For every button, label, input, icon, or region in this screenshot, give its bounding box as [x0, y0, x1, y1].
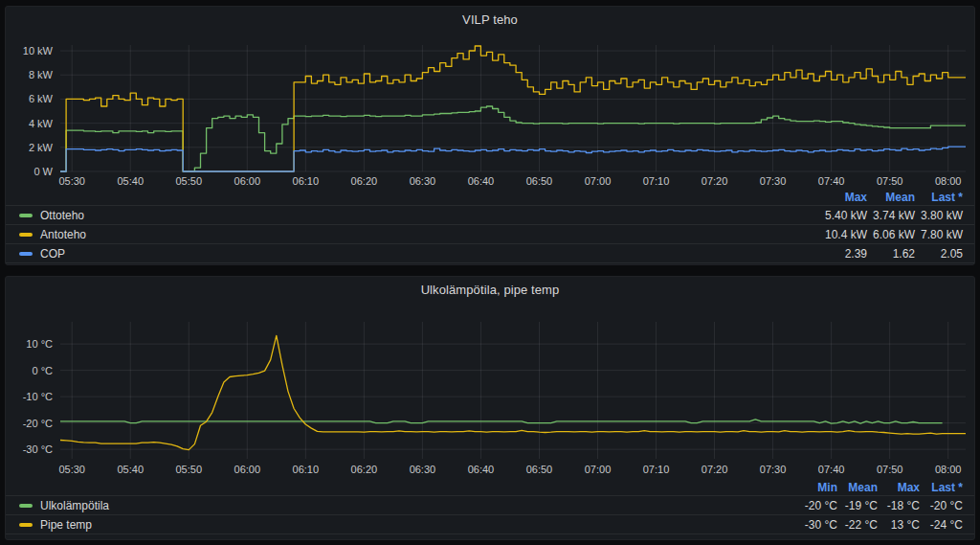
panel-title[interactable]: VILP teho	[6, 10, 974, 31]
y-tick-label: 10 kW	[23, 45, 54, 57]
legend-label: Ulkolämpötila	[40, 499, 109, 512]
legend-stat-value: 5.40 kW	[813, 209, 867, 222]
legend-col-header-min[interactable]: Min	[791, 481, 837, 494]
legend-header-row: MaxMeanLast *	[6, 190, 974, 206]
legend-stat-value: 10.4 kW	[813, 228, 867, 241]
legend-row: Pipe temp-30 °C-22 °C13 °C-24 °C	[6, 515, 974, 534]
legend-series-toggle[interactable]: Pipe temp	[19, 518, 92, 532]
legend-header-row: MinMeanMaxLast *	[6, 480, 974, 496]
x-tick-label: 06:00	[234, 464, 261, 475]
panel-title[interactable]: Ulkolämpötila, pipe temp	[6, 280, 974, 301]
x-tick-label: 07:50	[877, 464, 903, 475]
legend-col-header-last[interactable]: Last *	[920, 481, 963, 494]
legend-label: Antoteho	[40, 228, 86, 241]
y-tick-label: -30 °C	[23, 443, 53, 455]
x-tick-label: 06:30	[410, 464, 436, 475]
legend-row: Ottoteho5.40 kW3.74 kW3.80 kW	[6, 206, 974, 225]
legend-stat-value: -20 °C	[920, 499, 963, 512]
legend-series-toggle[interactable]: Ulkolämpötila	[19, 499, 109, 512]
x-tick-label: 05:50	[176, 464, 203, 475]
x-tick-label: 05:30	[58, 464, 85, 475]
series-color-swatch	[19, 523, 33, 527]
x-tick-label: 06:20	[351, 175, 378, 187]
x-tick-label: 07:00	[585, 175, 612, 187]
x-tick-label: 07:40	[818, 464, 845, 475]
series-color-swatch	[19, 214, 33, 217]
legend-col-header-mean[interactable]: Mean	[837, 481, 878, 494]
y-tick-label: 0 W	[33, 166, 53, 177]
x-tick-label: 08:00	[935, 175, 962, 187]
legend-stat-value: 13 °C	[878, 518, 920, 532]
vilp-teho-chart[interactable]: 0 W2 kW4 kW6 kW8 kW10 kW05:3005:4005:500…	[6, 7, 976, 189]
y-tick-label: 0 °C	[32, 365, 53, 376]
legend-stat-value: 3.74 kW	[867, 209, 915, 222]
legend-stat-value: 1.62	[867, 247, 915, 261]
ulkolampotila-chart[interactable]: -30 °C-20 °C-10 °C0 °C10 °C05:3005:4005:…	[6, 277, 976, 479]
legend-col-header-max[interactable]: Max	[878, 481, 920, 494]
series-line-pipe-temp	[60, 335, 966, 449]
panel-ulkolampotila-pipe-temp: -30 °C-20 °C-10 °C0 °C10 °C05:3005:4005:…	[5, 276, 975, 540]
series-color-swatch	[19, 252, 33, 256]
x-tick-label: 05:50	[176, 175, 203, 187]
legend-table: MinMeanMaxLast *Ulkolämpötila-20 °C-19 °…	[6, 480, 974, 534]
y-tick-label: 8 kW	[29, 69, 54, 80]
y-tick-label: -20 °C	[23, 418, 53, 429]
x-tick-label: 07:30	[760, 464, 787, 475]
x-tick-label: 07:30	[760, 175, 787, 187]
y-tick-label: 2 kW	[29, 142, 54, 153]
x-tick-label: 07:40	[818, 175, 845, 187]
legend-stat-value: -30 °C	[791, 518, 837, 532]
legend-stat-value: 3.80 kW	[915, 209, 963, 222]
x-tick-label: 05:40	[117, 175, 144, 187]
series-color-swatch	[19, 233, 33, 237]
x-tick-label: 05:40	[117, 464, 144, 475]
series-line-ottoteho	[60, 106, 966, 171]
legend-stat-value: 2.39	[813, 247, 867, 261]
legend-col-header-max[interactable]: Max	[813, 191, 867, 204]
x-tick-label: 06:50	[526, 175, 553, 187]
series-color-swatch	[19, 504, 33, 508]
y-tick-label: 10 °C	[26, 338, 53, 350]
x-tick-label: 06:40	[468, 175, 495, 187]
legend-row: Ulkolämpötila-20 °C-19 °C-18 °C-20 °C	[6, 496, 974, 515]
x-tick-label: 06:20	[351, 464, 378, 475]
legend-label: Pipe temp	[40, 518, 92, 532]
y-tick-label: 6 kW	[29, 93, 54, 104]
legend-stat-value: -22 °C	[837, 518, 878, 532]
legend-series-toggle[interactable]: COP	[19, 247, 65, 261]
series-line-antoteho	[60, 46, 966, 171]
x-tick-label: 05:30	[58, 175, 85, 187]
x-tick-label: 08:00	[935, 464, 962, 475]
x-tick-label: 07:50	[877, 175, 903, 187]
legend-table: MaxMeanLast *Ottoteho5.40 kW3.74 kW3.80 …	[6, 190, 974, 263]
legend-label: Ottoteho	[40, 209, 84, 222]
x-tick-label: 06:40	[468, 464, 495, 475]
y-tick-label: -10 °C	[23, 391, 53, 402]
legend-row: Antoteho10.4 kW6.06 kW7.80 kW	[6, 225, 974, 244]
legend-stat-value: -20 °C	[791, 499, 837, 512]
x-tick-label: 07:10	[643, 175, 670, 187]
x-tick-label: 07:20	[702, 464, 728, 475]
legend-row: COP2.391.622.05	[6, 244, 974, 263]
x-tick-label: 06:50	[526, 464, 553, 475]
x-tick-label: 07:10	[643, 464, 670, 475]
legend-series-toggle[interactable]: Ottoteho	[19, 209, 84, 222]
x-tick-label: 07:00	[585, 464, 612, 475]
legend-stat-value: 7.80 kW	[915, 228, 963, 241]
legend-series-toggle[interactable]: Antoteho	[19, 228, 86, 241]
legend-stat-value: -18 °C	[878, 499, 920, 512]
x-tick-label: 06:00	[234, 175, 261, 187]
legend-label: COP	[40, 247, 65, 261]
panel-vilp-teho: 0 W2 kW4 kW6 kW8 kW10 kW05:3005:4005:500…	[5, 6, 975, 265]
legend-stat-value: -24 °C	[920, 518, 963, 532]
x-tick-label: 07:20	[702, 175, 728, 187]
legend-col-header-mean[interactable]: Mean	[867, 191, 915, 204]
x-tick-label: 06:10	[293, 175, 320, 187]
y-tick-label: 4 kW	[29, 118, 54, 129]
x-tick-label: 06:30	[410, 175, 436, 187]
legend-stat-value: 2.05	[915, 247, 963, 261]
legend-stat-value: -19 °C	[837, 499, 878, 512]
legend-col-header-last[interactable]: Last *	[915, 191, 963, 204]
x-tick-label: 06:10	[293, 464, 320, 475]
legend-stat-value: 6.06 kW	[867, 228, 915, 241]
